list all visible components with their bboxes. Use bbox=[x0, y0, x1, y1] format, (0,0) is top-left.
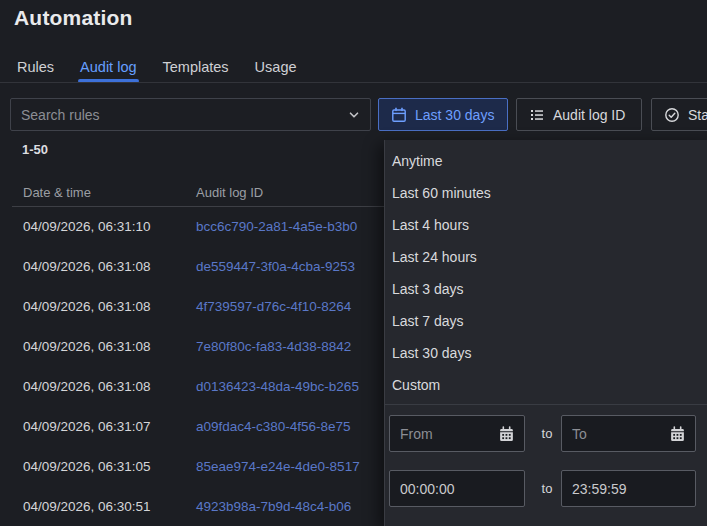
time-range-options: Anytime Last 60 minutes Last 4 hours Las… bbox=[385, 140, 707, 401]
cell-audit-log-id-link[interactable]: 7e80f80c-fa83-4d38-8842 bbox=[196, 327, 351, 367]
from-time-input-wrapper bbox=[389, 470, 525, 507]
cell-audit-log-id-link[interactable]: 85eae974-e24e-4de0-8517 bbox=[196, 447, 360, 487]
calendar-icon bbox=[391, 107, 407, 123]
from-date-input-wrapper bbox=[389, 415, 525, 452]
menu-item-last-30-days[interactable]: Last 30 days bbox=[385, 337, 707, 369]
to-date-input-wrapper bbox=[561, 415, 696, 452]
to-time-input-wrapper bbox=[561, 470, 696, 507]
time-range-dropdown: Anytime Last 60 minutes Last 4 hours Las… bbox=[384, 140, 707, 526]
from-date-input[interactable] bbox=[390, 416, 524, 451]
cell-date-time: 04/09/2026, 06:30:51 bbox=[23, 487, 151, 526]
check-circle-icon bbox=[664, 107, 680, 123]
from-time-input[interactable] bbox=[390, 471, 524, 506]
search-rules-combobox[interactable] bbox=[10, 98, 371, 131]
cell-date-time: 04/09/2026, 06:31:10 bbox=[23, 207, 151, 247]
page-title: Automation bbox=[14, 0, 133, 36]
time-range-button[interactable]: Last 30 days bbox=[378, 98, 508, 131]
tab-rules[interactable]: Rules bbox=[15, 54, 56, 83]
toolbar: Last 30 days Audit log ID Sta bbox=[0, 98, 707, 132]
audit-log-id-filter-button[interactable]: Audit log ID bbox=[516, 98, 642, 131]
tab-audit-log[interactable]: Audit log bbox=[78, 54, 138, 83]
cell-date-time: 04/09/2026, 06:31:08 bbox=[23, 367, 151, 407]
cell-audit-log-id-link[interactable]: d0136423-48da-49bc-b265 bbox=[196, 367, 359, 407]
column-header-audit-log-id: Audit log ID bbox=[196, 185, 263, 200]
menu-item-custom[interactable]: Custom bbox=[385, 369, 707, 401]
menu-item-last-7-days[interactable]: Last 7 days bbox=[385, 305, 707, 337]
cell-date-time: 04/09/2026, 06:31:07 bbox=[23, 407, 151, 447]
column-header-date-time: Date & time bbox=[23, 185, 91, 200]
cell-date-time: 04/09/2026, 06:31:08 bbox=[23, 327, 151, 367]
tab-usage[interactable]: Usage bbox=[253, 54, 299, 83]
cell-audit-log-id-link[interactable]: bcc6c790-2a81-4a5e-b3b0 bbox=[196, 207, 357, 247]
menu-item-last-60-minutes[interactable]: Last 60 minutes bbox=[385, 177, 707, 209]
cell-audit-log-id-link[interactable]: 4923b98a-7b9d-48c4-b06 bbox=[196, 487, 351, 526]
status-filter-button[interactable]: Sta bbox=[651, 98, 707, 131]
menu-item-anytime[interactable]: Anytime bbox=[385, 145, 707, 177]
menu-item-last-24-hours[interactable]: Last 24 hours bbox=[385, 241, 707, 273]
cell-audit-log-id-link[interactable]: 4f739597-d76c-4f10-8264 bbox=[196, 287, 351, 327]
menu-item-last-3-days[interactable]: Last 3 days bbox=[385, 273, 707, 305]
result-count: 1-50 bbox=[22, 142, 48, 157]
date-range-to-label: to bbox=[533, 415, 561, 452]
tab-bar-divider bbox=[0, 82, 707, 83]
automation-page: Automation Rules Audit log Templates Usa… bbox=[0, 0, 707, 526]
cell-audit-log-id-link[interactable]: a09fdac4-c380-4f56-8e75 bbox=[196, 407, 351, 447]
tab-templates[interactable]: Templates bbox=[161, 54, 231, 83]
cell-date-time: 04/09/2026, 06:31:08 bbox=[23, 287, 151, 327]
time-range-to-label: to bbox=[533, 470, 561, 507]
to-time-input[interactable] bbox=[562, 471, 695, 506]
dropdown-separator bbox=[385, 404, 707, 405]
list-icon bbox=[529, 107, 545, 123]
tab-bar: Rules Audit log Templates Usage bbox=[0, 54, 707, 83]
to-date-input[interactable] bbox=[562, 416, 695, 451]
search-input[interactable] bbox=[11, 99, 370, 130]
menu-item-last-4-hours[interactable]: Last 4 hours bbox=[385, 209, 707, 241]
cell-date-time: 04/09/2026, 06:31:08 bbox=[23, 247, 151, 287]
cell-date-time: 04/09/2026, 06:31:05 bbox=[23, 447, 151, 487]
cell-audit-log-id-link[interactable]: de559447-3f0a-4cba-9253 bbox=[196, 247, 355, 287]
